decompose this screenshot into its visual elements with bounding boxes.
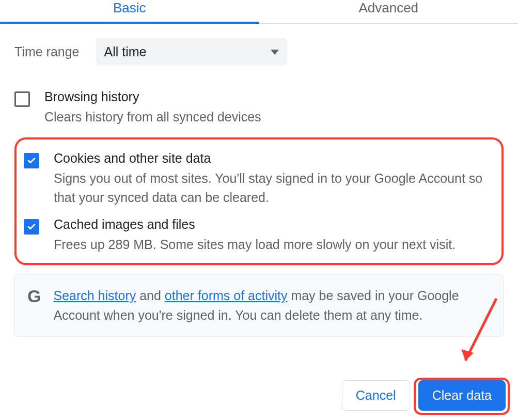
link-search-history[interactable]: Search history bbox=[53, 288, 136, 303]
option-title: Browsing history bbox=[44, 89, 261, 104]
tab-basic[interactable]: Basic bbox=[0, 0, 259, 23]
time-range-value: All time bbox=[104, 44, 147, 59]
cancel-button[interactable]: Cancel bbox=[342, 380, 410, 411]
dialog-content: Time range All time Browsing history Cle… bbox=[0, 24, 518, 337]
svg-marker-1 bbox=[461, 349, 474, 361]
option-cookies: Cookies and other site data Signs you ou… bbox=[24, 146, 494, 212]
option-cache: Cached images and files Frees up 289 MB.… bbox=[24, 212, 494, 259]
time-range-row: Time range All time bbox=[14, 38, 504, 66]
option-text: Cached images and files Frees up 289 MB.… bbox=[54, 217, 456, 254]
time-range-select[interactable]: All time bbox=[96, 38, 287, 66]
annotation-highlight-options: Cookies and other site data Signs you ou… bbox=[14, 137, 504, 265]
checkbox-cookies[interactable] bbox=[24, 153, 39, 168]
option-text: Browsing history Clears history from all… bbox=[44, 89, 261, 126]
checkbox-cache[interactable] bbox=[24, 219, 39, 235]
option-desc: Clears history from all synced devices bbox=[44, 107, 261, 126]
google-g-icon: G bbox=[27, 287, 41, 305]
option-text: Cookies and other site data Signs you ou… bbox=[54, 151, 494, 207]
google-account-info: G Search history and other forms of acti… bbox=[14, 274, 504, 337]
link-other-activity[interactable]: other forms of activity bbox=[165, 288, 288, 303]
clear-data-button[interactable]: Clear data bbox=[418, 380, 506, 411]
dialog-actions: Cancel Clear data bbox=[342, 380, 506, 411]
checkmark-icon bbox=[27, 222, 36, 231]
option-desc: Signs you out of most sites. You'll stay… bbox=[54, 169, 494, 207]
info-middle: and bbox=[136, 288, 165, 303]
time-range-label: Time range bbox=[14, 44, 80, 59]
option-desc: Frees up 289 MB. Some sites may load mor… bbox=[54, 235, 456, 254]
checkbox-browsing-history[interactable] bbox=[14, 91, 30, 107]
option-title: Cookies and other site data bbox=[54, 151, 494, 166]
option-browsing-history: Browsing history Clears history from all… bbox=[14, 84, 504, 135]
checkmark-icon bbox=[27, 156, 36, 165]
tab-advanced[interactable]: Advanced bbox=[259, 0, 519, 23]
tabs: Basic Advanced bbox=[0, 0, 518, 24]
info-text: Search history and other forms of activi… bbox=[53, 286, 491, 325]
chevron-down-icon bbox=[271, 50, 279, 55]
option-title: Cached images and files bbox=[54, 217, 456, 232]
